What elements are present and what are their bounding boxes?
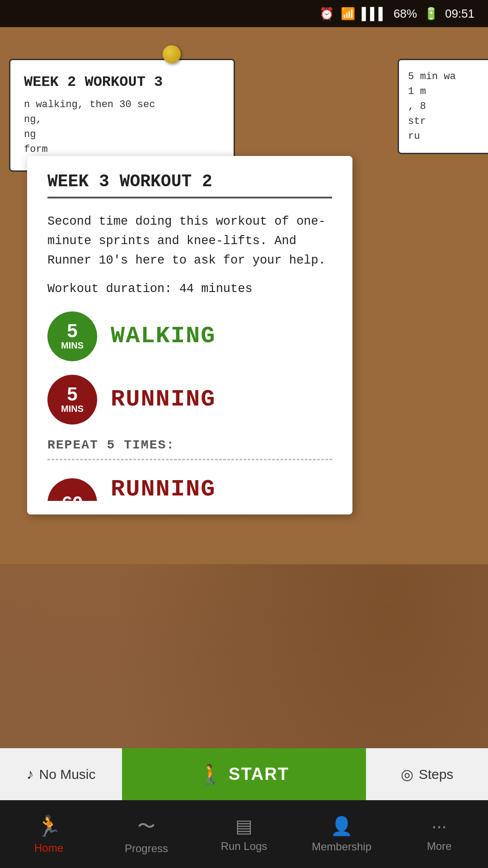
duration-value: 44 minutes bbox=[179, 282, 253, 296]
duration-label: Workout duration: bbox=[47, 282, 172, 296]
modal-divider bbox=[47, 197, 332, 198]
signal-icon: ▌▌▌ bbox=[362, 7, 387, 21]
home-label: Home bbox=[34, 842, 63, 854]
more-icon: ··· bbox=[432, 816, 446, 836]
nav-item-membership[interactable]: 👤 Membership bbox=[293, 800, 390, 868]
progress-icon: 〜 bbox=[137, 814, 155, 839]
no-music-button[interactable]: ♪ No Music bbox=[0, 748, 122, 800]
walking-exercise: 5 MINS WALKING bbox=[47, 311, 332, 361]
battery-text: 68% bbox=[394, 7, 417, 21]
modal-title: WEEK 3 WORKOUT 2 bbox=[47, 172, 332, 191]
more-label: More bbox=[427, 840, 452, 853]
nav-item-more[interactable]: ··· More bbox=[390, 800, 488, 868]
repeat-divider bbox=[47, 459, 332, 460]
walking-circle: 5 MINS bbox=[47, 311, 97, 361]
running-exercise: 5 MINS RUNNING bbox=[47, 375, 332, 425]
membership-icon: 👤 bbox=[330, 816, 353, 837]
running-circle: 5 MINS bbox=[47, 375, 97, 425]
bg-card-left-text: n walking, then 30 secng,ngform bbox=[24, 97, 220, 157]
battery-icon: 🔋 bbox=[424, 7, 438, 21]
compass-icon: ◎ bbox=[401, 766, 413, 783]
bg-card-right-text: 5 min wa1 m, 8strru bbox=[408, 69, 487, 144]
modal-description: Second time doing this workout of one-mi… bbox=[47, 212, 332, 271]
membership-label: Membership bbox=[312, 840, 371, 853]
runlogs-label: Run Logs bbox=[221, 840, 267, 853]
running-number: 5 bbox=[67, 385, 77, 404]
nav-bar: 🏃 Home 〜 Progress ▤ Run Logs 👤 Membershi… bbox=[0, 800, 488, 868]
nav-item-home[interactable]: 🏃 Home bbox=[0, 800, 98, 868]
progress-label: Progress bbox=[125, 842, 168, 855]
bg-card-right: 5 min wa1 m, 8strru bbox=[398, 59, 488, 154]
no-music-label: No Music bbox=[39, 767, 95, 782]
runlogs-icon: ▤ bbox=[235, 816, 253, 836]
clock-time: 09:51 bbox=[445, 7, 474, 21]
partial-exercise: 60 RUNNING bbox=[47, 469, 332, 501]
walking-label: WALKING bbox=[111, 323, 216, 349]
walking-number: 5 bbox=[67, 321, 77, 340]
modal-duration: Workout duration: 44 minutes bbox=[47, 282, 332, 296]
partial-number: 60 bbox=[62, 494, 83, 501]
status-bar: ⏰ 📶 ▌▌▌ 68% 🔋 09:51 bbox=[0, 0, 488, 27]
status-bar-content: ⏰ 📶 ▌▌▌ 68% 🔋 09:51 bbox=[319, 7, 474, 21]
nav-item-progress[interactable]: 〜 Progress bbox=[98, 800, 195, 868]
nav-item-runlogs[interactable]: ▤ Run Logs bbox=[195, 800, 293, 868]
steps-button[interactable]: ◎ Steps bbox=[366, 748, 488, 800]
bg-card-left-title: WEEK 2 WORKOUT 3 bbox=[24, 74, 220, 90]
bg-card-left: WEEK 2 WORKOUT 3 n walking, then 30 secn… bbox=[9, 59, 235, 172]
running-unit: MINS bbox=[61, 404, 84, 414]
start-button[interactable]: 🚶 START bbox=[122, 748, 366, 800]
running-label: RUNNING bbox=[111, 386, 216, 413]
partial-circle: 60 bbox=[47, 478, 97, 501]
steps-label: Steps bbox=[419, 767, 454, 782]
wifi-icon: 📶 bbox=[341, 7, 355, 21]
pushpin bbox=[163, 45, 181, 63]
start-label: START bbox=[229, 764, 289, 784]
music-icon: ♪ bbox=[26, 766, 33, 783]
action-bar: ♪ No Music 🚶 START ◎ Steps bbox=[0, 748, 488, 800]
alarm-icon: ⏰ bbox=[319, 7, 334, 21]
repeat-section: REPEAT 5 TIMES: 60 RUNNING bbox=[47, 438, 332, 501]
repeat-label: REPEAT 5 TIMES: bbox=[47, 438, 332, 452]
home-icon: 🏃 bbox=[36, 814, 61, 838]
walking-unit: MINS bbox=[61, 340, 84, 351]
partial-label: RUNNING bbox=[111, 476, 216, 501]
runner-icon: 🚶 bbox=[199, 763, 223, 785]
modal-card: WEEK 3 WORKOUT 2 Second time doing this … bbox=[27, 156, 352, 514]
